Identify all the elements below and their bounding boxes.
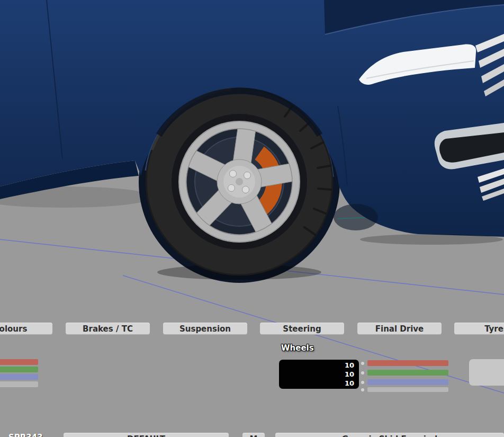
slider-bar[interactable] [367,379,448,385]
skin-option-button[interactable]: Generic Skid Free ind [275,433,504,437]
slider-dot [361,381,364,384]
slider-dot [361,388,364,391]
m-button[interactable]: M [242,433,265,437]
tab-suspension[interactable]: Suspension [163,323,247,335]
wheel-value-1: 10 [345,362,354,369]
tab-tyres[interactable]: Tyres [454,323,504,335]
wheel-slider-gray[interactable] [361,387,448,393]
wheel-value-2: 10 [345,371,354,378]
slider-dot [361,362,364,365]
car-name-label: SPR343 [8,433,43,437]
left-slider-bar-red[interactable] [0,359,38,365]
slider-bar[interactable] [367,387,448,392]
wheel-slider-green[interactable] [361,370,448,376]
hub-center [236,178,243,185]
wheels-panel-title: Wheels [281,343,314,353]
tab-colours[interactable]: Colours [0,323,52,335]
wheel-slider-blue[interactable] [361,379,448,385]
left-slider-bar-blue[interactable] [0,374,38,380]
slider-bar[interactable] [367,360,448,366]
wheel-value-3: 10 [345,380,354,387]
slider-dot [361,371,364,374]
garage-screen: { "viewport": { "colors": { "ground": "#… [0,0,504,437]
slider-bar[interactable] [367,370,448,376]
left-slider-bar-gray[interactable] [0,381,38,387]
setup-name-button[interactable]: DEFAULT [64,433,229,437]
under-car-shadow [334,204,378,230]
left-slider-bar-green[interactable] [0,367,38,372]
side-panel-box [469,359,504,386]
tab-brakes-tc[interactable]: Brakes / TC [66,323,150,335]
wheels-slider-group [361,360,448,392]
wheel-slider-red[interactable] [361,360,448,366]
tab-final-drive[interactable]: Final Drive [357,323,442,335]
front-wheel [146,88,332,275]
under-bumper-shadow [360,234,503,245]
wheels-value-box: 10 10 10 [279,360,359,389]
tab-steering[interactable]: Steering [260,323,344,335]
